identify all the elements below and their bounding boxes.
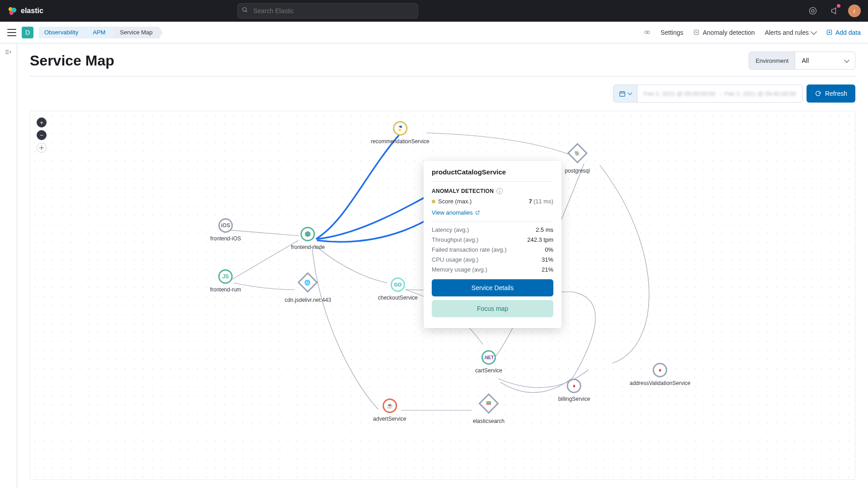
score-dot: [432, 200, 435, 203]
page-title: Service Map: [30, 52, 114, 69]
breadcrumb-apm[interactable]: APM: [85, 27, 112, 38]
nodejs-icon: [301, 227, 315, 241]
node-checkout[interactable]: GO checkoutService: [378, 277, 418, 301]
view-anomalies-link[interactable]: View anomalies: [432, 209, 553, 222]
globe-icon: 🌐: [297, 272, 318, 292]
service-map-canvas[interactable]: + −: [30, 111, 855, 480]
space-avatar[interactable]: D: [22, 27, 33, 38]
global-search: [237, 3, 418, 19]
ruby-icon: ♦: [567, 379, 581, 393]
java-icon: ☕: [382, 399, 397, 413]
nav-anomaly-detection[interactable]: Anomaly detection: [693, 29, 755, 36]
nav-settings[interactable]: Settings: [660, 29, 684, 36]
anomaly-section-label: ANOMALY DETECTION: [432, 188, 494, 194]
breadcrumbs: Observability APM Service Map: [39, 27, 159, 38]
node-cart[interactable]: .NET cartService: [475, 350, 502, 374]
info-icon[interactable]: i: [496, 188, 503, 194]
help-icon[interactable]: [807, 5, 819, 17]
svg-point-6: [811, 9, 814, 12]
ios-icon: iOS: [218, 218, 233, 233]
external-link-icon: [475, 210, 480, 215]
user-avatar[interactable]: r: [848, 5, 861, 17]
nav-alerts-rules[interactable]: Alerts and rules: [765, 29, 816, 36]
chevron-down-icon: [627, 91, 632, 95]
node-frontend-ios[interactable]: iOS frontend-iOS: [210, 218, 241, 242]
dotnet-icon: .NET: [481, 350, 496, 365]
chevron-down-icon: [844, 57, 849, 62]
node-elasticsearch[interactable]: elasticsearch: [473, 396, 505, 424]
focus-map-button[interactable]: Focus map: [432, 300, 553, 317]
elastic-icon: [7, 6, 17, 16]
node-frontend-node[interactable]: frontend-node: [291, 227, 325, 250]
anomaly-icon: [693, 29, 700, 36]
node-advert[interactable]: ☕ advertService: [373, 399, 406, 422]
chevron-down-icon: [811, 28, 817, 34]
go-icon: GO: [391, 277, 405, 292]
global-header: elastic r: [0, 0, 868, 22]
node-frontend-rum[interactable]: JS frontend-rum: [210, 269, 241, 293]
environment-picker[interactable]: Environment All: [749, 52, 855, 70]
news-icon[interactable]: [827, 5, 840, 17]
python-icon: [393, 121, 407, 136]
node-billing[interactable]: ♦ billingService: [558, 379, 590, 402]
service-popover: productCatalogService ANOMALY DETECTION …: [424, 161, 561, 328]
elastic-logo[interactable]: elastic: [7, 6, 43, 16]
svg-rect-17: [620, 92, 625, 96]
ruby-icon: ♦: [653, 363, 667, 377]
hamburger-icon[interactable]: [7, 28, 16, 37]
expand-rail-icon[interactable]: [4, 48, 13, 57]
postgres-icon: 🐘: [567, 143, 587, 163]
environment-label: Environment: [749, 52, 795, 69]
date-range-picker[interactable]: Feb 3, 2021 @ 09:00:00:00 → Feb 3, 2021 …: [613, 84, 803, 103]
svg-point-5: [809, 8, 816, 14]
app-subnav: D Observability APM Service Map Settings…: [0, 22, 868, 43]
node-postgresql[interactable]: 🐘 postgresql: [565, 146, 590, 174]
elasticsearch-icon: [478, 393, 499, 413]
service-details-button[interactable]: Service Details: [432, 279, 553, 296]
svg-point-3: [243, 8, 246, 11]
accessibility-icon[interactable]: [644, 29, 651, 36]
refresh-icon: [815, 90, 821, 97]
refresh-button[interactable]: Refresh: [807, 84, 855, 103]
brand-text: elastic: [21, 7, 43, 15]
search-icon: [242, 7, 248, 15]
svg-point-2: [9, 11, 14, 15]
js-icon: JS: [218, 269, 233, 284]
calendar-icon: [613, 85, 637, 102]
notification-dot: [837, 4, 840, 8]
left-rail: [0, 43, 17, 488]
svg-line-4: [246, 11, 247, 12]
popover-metrics: Latency (avg.)2.5 ms Throughput (avg.)24…: [432, 226, 553, 273]
breadcrumb-observability[interactable]: Observability: [39, 27, 85, 38]
date-range-text: Feb 3, 2021 @ 09:00:00:00 → Feb 3, 2021 …: [637, 85, 802, 102]
breadcrumb-current: Service Map: [112, 27, 159, 38]
node-cdn[interactable]: 🌐 cdn.jsdelivr.net:443: [285, 275, 331, 303]
add-data-icon: [826, 29, 833, 36]
environment-value: All: [802, 57, 809, 64]
nav-add-data[interactable]: Add data: [826, 29, 861, 36]
node-recommendation[interactable]: recommendationService: [371, 121, 429, 145]
svg-marker-26: [305, 231, 311, 237]
node-address[interactable]: ♦ addressValidationService: [630, 363, 691, 386]
popover-title: productCatalogService: [432, 168, 553, 182]
global-search-input[interactable]: [237, 3, 418, 19]
